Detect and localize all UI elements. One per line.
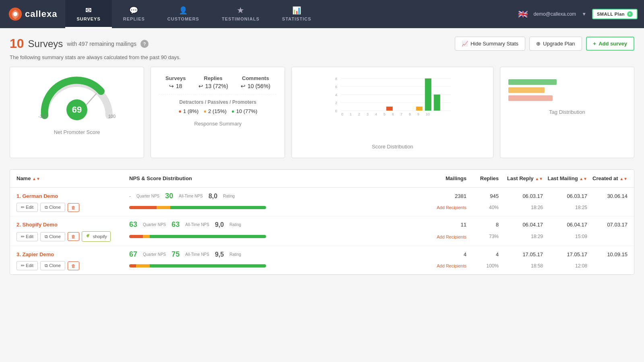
nps-scores-3: 67 Quarter NPS 75 All-Time NPS 9,5 Ratin… — [129, 250, 426, 259]
nav-item-customers[interactable]: 👤 CUSTOMERS — [156, 0, 211, 28]
surveys-table: Name ▲▼ NPS & Score Distribution Mailing… — [10, 169, 634, 275]
rs-surveys-value: ↪ 18 — [165, 83, 186, 89]
nav-item-testimonials[interactable]: ★ TESTIMONIALS — [211, 0, 271, 28]
user-dropdown-icon[interactable]: ▼ — [582, 11, 586, 17]
nps-score: 69 — [66, 99, 87, 120]
svg-point-1 — [13, 12, 18, 16]
reply-pct-2: 73% — [466, 234, 499, 239]
add-recipients-2[interactable]: Add Recipients — [426, 234, 466, 240]
col-header-name[interactable]: Name ▲▼ — [17, 175, 129, 181]
table-row: 2. Shopify Demo 63 Quarter NPS 63 All-Ti… — [10, 216, 634, 246]
rs-dpp-section: Detractors / Passives / Promoters ● 1 (8… — [159, 99, 277, 114]
row-bottom-2: ✏ Edit ⧉ Clone 🗑 shopify — [17, 231, 627, 242]
edit-button-2[interactable]: ✏ Edit — [17, 232, 38, 241]
promoter-icon: ● — [231, 108, 235, 114]
row-actions-1: ✏ 1. German DemoEdit ⧉ Clone 🗑 — [17, 203, 129, 212]
clone-button-3[interactable]: ⧉ Clone — [40, 261, 65, 270]
svg-text:7: 7 — [400, 112, 402, 116]
score-distribution-svg: 8 6 4 2 0 — [300, 75, 485, 128]
rs-replies: Replies ↩ 13 (72%) — [198, 75, 228, 89]
last-reply-sort-icon: ▲▼ — [535, 177, 543, 181]
survey-name-1[interactable]: 1. German Demo — [17, 193, 129, 199]
row-actions-2: ✏ Edit ⧉ Clone 🗑 shopify — [17, 231, 129, 242]
add-survey-button[interactable]: + Add survey — [586, 37, 634, 51]
col-header-last-mailing[interactable]: Last Mailing ▲▼ — [543, 175, 587, 181]
col-header-replies: Replies — [466, 175, 499, 181]
svg-text:2: 2 — [358, 112, 360, 116]
edit-button-3[interactable]: ✏ Edit — [17, 261, 38, 270]
nps-card: -100 69 100 Net Promoter Score — [10, 67, 144, 158]
comments-arrow-icon: ↩ — [241, 83, 246, 89]
rs-comments-label: Comments — [241, 75, 270, 81]
nav-items: ✉ SURVEYS 💬 REPLIES 👤 CUSTOMERS ★ TESTIM… — [65, 0, 511, 28]
mailings-3: 4 — [426, 251, 466, 257]
passive-icon: ● — [203, 108, 206, 114]
tag-bar-green — [508, 79, 626, 85]
clone-button-1[interactable]: ⧉ Clone — [40, 203, 65, 212]
help-icon[interactable]: ? — [140, 40, 149, 48]
table-row: 1. German Demo - Quarter NPS 30 All-Time… — [10, 188, 634, 216]
last-mailing-2: 06.04.17 — [543, 222, 587, 228]
col-header-last-reply[interactable]: Last Reply ▲▼ — [499, 175, 543, 181]
stats-row: -100 69 100 Net Promoter Score Surveys ↪… — [10, 67, 634, 158]
nav-item-surveys[interactable]: ✉ SURVEYS — [65, 0, 111, 28]
header-actions: 📈 Hide Summary Stats ⊕ Upgrade Plan + Ad… — [455, 37, 634, 51]
svg-text:6: 6 — [335, 85, 337, 89]
surveys-arrow-icon: ↪ — [169, 83, 174, 89]
add-recipients-3[interactable]: Add Recipients — [426, 263, 466, 269]
rs-surveys: Surveys ↪ 18 — [165, 75, 186, 89]
upgrade-label: Upgrade Plan — [543, 41, 575, 47]
shopify-button-2[interactable]: shopify — [82, 231, 111, 242]
user-email[interactable]: demo@callexa.com — [534, 11, 576, 17]
nav-label-surveys: SURVEYS — [76, 16, 100, 21]
page-header: 10 Surveys with 497 remaining mailings ?… — [10, 36, 634, 51]
logo-text: callexa — [25, 9, 57, 19]
last-reply-time-3: 18:58 — [499, 263, 543, 269]
logo[interactable]: callexa — [0, 0, 65, 28]
detractor-icon: ● — [178, 108, 182, 114]
created-3: 10.09.15 — [587, 251, 627, 257]
svg-text:3: 3 — [367, 112, 369, 116]
reply-pct-1: 40% — [466, 205, 499, 210]
tag-bar-salmon — [508, 95, 626, 101]
survey-name-2[interactable]: 2. Shopify Demo — [17, 222, 129, 228]
dpp-promoters: ● 10 (77%) — [231, 108, 258, 114]
rs-replies-value: ↩ 13 (72%) — [198, 83, 228, 89]
hide-summary-button[interactable]: 📈 Hide Summary Stats — [455, 37, 525, 51]
score-distribution-card: 8 6 4 2 0 — [291, 67, 493, 158]
hide-summary-label: Hide Summary Stats — [471, 41, 518, 47]
response-summary: Surveys ↪ 18 Replies ↩ 13 (72%) — [159, 75, 277, 114]
add-recipients-1[interactable]: Add Recipients — [426, 204, 466, 210]
replies-3: 4 — [466, 251, 499, 257]
svg-text:4: 4 — [335, 93, 337, 97]
tag-distribution — [508, 75, 626, 105]
plan-badge[interactable]: SMALL Plan + — [592, 9, 638, 19]
gauge-min-label: -100 — [38, 114, 47, 119]
survey-name-3[interactable]: 3. Zapier Demo — [17, 251, 129, 257]
promoter-value: 10 (77%) — [236, 108, 258, 114]
row-bottom-3: ✏ Edit ⧉ Clone 🗑 Add Recipients 100% 18:… — [17, 261, 627, 270]
upgrade-plan-button[interactable]: ⊕ Upgrade Plan — [529, 37, 582, 51]
svg-rect-13 — [386, 107, 393, 111]
replies-1: 945 — [466, 193, 499, 199]
nav-item-statistics[interactable]: 📊 STATISTICS — [271, 0, 323, 28]
row-actions-3: ✏ Edit ⧉ Clone 🗑 — [17, 261, 129, 270]
passive-value: 2 (15%) — [208, 108, 227, 114]
created-2: 07.03.17 — [587, 222, 627, 228]
replies-2: 8 — [466, 222, 499, 228]
delete-button-3[interactable]: 🗑 — [68, 261, 79, 270]
nav-label-replies: REPLIES — [123, 16, 145, 21]
delete-button-1[interactable]: 🗑 — [68, 203, 79, 212]
rs-top-row: Surveys ↪ 18 Replies ↩ 13 (72%) — [159, 75, 277, 95]
col-header-created[interactable]: Created at ▲▼ — [587, 175, 627, 181]
edit-button-1[interactable]: ✏ 1. German DemoEdit — [17, 203, 38, 212]
nav-label-customers: CUSTOMERS — [167, 16, 199, 21]
flag-icon[interactable]: 🇬🇧 — [518, 9, 528, 19]
score-bar-2 — [129, 235, 426, 238]
tag-bar-orange — [508, 87, 626, 93]
clone-button-2[interactable]: ⧉ Clone — [40, 232, 65, 241]
nav-item-replies[interactable]: 💬 REPLIES — [112, 0, 156, 28]
delete-button-2[interactable]: 🗑 — [68, 232, 79, 241]
row-top-1: 1. German Demo - Quarter NPS 30 All-Time… — [17, 192, 627, 200]
svg-text:8: 8 — [335, 77, 337, 81]
